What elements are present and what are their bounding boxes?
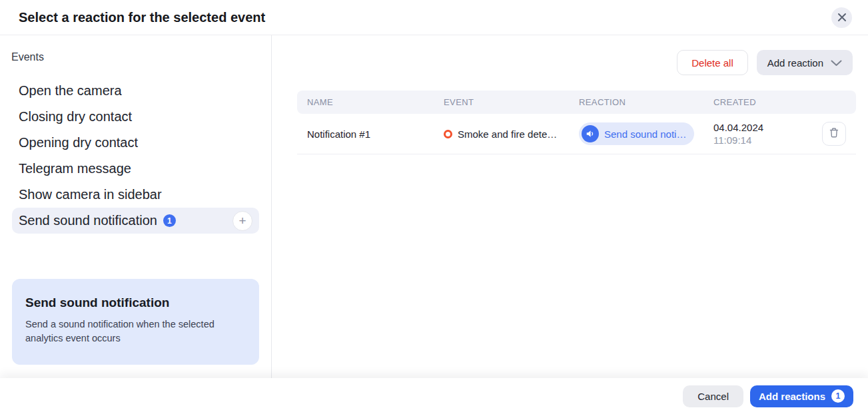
close-button[interactable] <box>831 7 852 28</box>
created-date: 04.04.2024 <box>713 121 802 134</box>
info-card-description: Send a sound notification when the selec… <box>25 317 246 347</box>
row-actions <box>802 122 856 146</box>
modal-title: Select a reaction for the selected event <box>19 10 265 25</box>
sidebar-heading: Events <box>11 51 271 63</box>
cancel-button[interactable]: Cancel <box>683 385 743 407</box>
reaction-chip-label: Send sound noti… <box>604 128 686 140</box>
sidebar-item-event[interactable]: Opening dry contact <box>12 130 259 156</box>
sidebar-item-event[interactable]: Open the camera <box>12 78 259 104</box>
add-reactions-button[interactable]: Add reactions 1 <box>750 385 853 407</box>
add-reaction-button[interactable]: Add reaction <box>757 50 853 75</box>
column-header-reaction: REACTION <box>569 97 703 107</box>
add-reaction-label: Add reaction <box>767 57 823 69</box>
column-header-created: CREATED <box>703 97 802 107</box>
sidebar-item-label: Closing dry contact <box>19 109 132 124</box>
sidebar-item-event[interactable]: Show camera in sidebar <box>12 182 259 208</box>
close-icon <box>837 13 847 22</box>
table-header-row: NAME EVENT REACTION CREATED <box>297 91 856 114</box>
sidebar-item-label: Opening dry contact <box>19 135 138 150</box>
sidebar-item-event[interactable]: Telegram message <box>12 156 259 182</box>
created-time: 11:09:14 <box>713 134 802 147</box>
row-event: Smoke and fire dete… <box>434 128 569 140</box>
sidebar-item-event[interactable]: Send sound notification1+ <box>12 208 259 234</box>
row-name: Notification #1 <box>297 128 434 140</box>
event-info-card: Send sound notification Send a sound not… <box>12 279 259 365</box>
chevron-down-icon <box>823 57 842 69</box>
info-card-title: Send sound notification <box>25 296 246 310</box>
add-reactions-count-badge: 1 <box>831 389 845 403</box>
delete-all-button[interactable]: Delete all <box>677 50 748 75</box>
reactions-panel: Delete all Add reaction NAME EVENT REACT… <box>272 35 868 378</box>
reactions-toolbar: Delete all Add reaction <box>272 50 853 75</box>
reactions-table: NAME EVENT REACTION CREATED Notification… <box>297 91 856 154</box>
events-sidebar: Events Open the cameraClosing dry contac… <box>0 35 272 378</box>
sidebar-item-event[interactable]: Closing dry contact <box>12 104 259 130</box>
sound-notification-icon <box>582 125 599 142</box>
event-type-icon <box>444 130 452 138</box>
column-header-event: EVENT <box>434 97 569 107</box>
sidebar-item-label: Open the camera <box>19 83 122 99</box>
sidebar-item-label: Telegram message <box>19 161 131 176</box>
modal-header: Select a reaction for the selected event <box>0 0 868 35</box>
add-reactions-label: Add reactions <box>759 391 825 402</box>
modal-footer: Cancel Add reactions 1 <box>0 378 868 414</box>
row-reaction: Send sound noti… <box>569 122 703 145</box>
row-event-label: Smoke and fire dete… <box>458 128 557 140</box>
reaction-chip[interactable]: Send sound noti… <box>579 122 694 145</box>
trash-icon <box>829 127 839 140</box>
row-created: 04.04.2024 11:09:14 <box>703 121 802 147</box>
sidebar-item-label: Send sound notification <box>19 213 157 228</box>
plus-icon: + <box>238 214 246 227</box>
reaction-count-badge: 1 <box>163 214 176 227</box>
table-row: Notification #1 Smoke and fire dete… Sen… <box>297 114 856 154</box>
delete-row-button[interactable] <box>822 122 846 146</box>
events-list: Open the cameraClosing dry contactOpenin… <box>0 78 271 234</box>
column-header-name: NAME <box>297 97 434 107</box>
sidebar-item-label: Show camera in sidebar <box>19 187 162 202</box>
modal-body: Events Open the cameraClosing dry contac… <box>0 35 868 378</box>
add-reaction-to-event-button[interactable]: + <box>232 211 252 231</box>
